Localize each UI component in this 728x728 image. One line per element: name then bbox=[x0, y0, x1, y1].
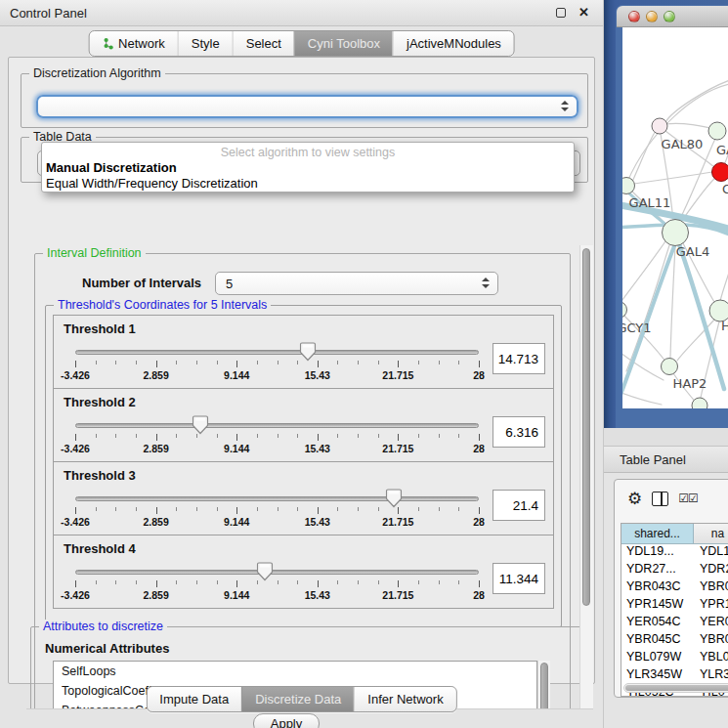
threshold-slider[interactable]: -3.4262.8599.14415.4321.71528 bbox=[75, 488, 479, 533]
network-node[interactable] bbox=[708, 122, 726, 140]
slider-tick-label: 2.859 bbox=[143, 516, 168, 528]
zoom-window-icon[interactable] bbox=[664, 11, 675, 22]
threshold-slider[interactable]: -3.4262.8599.14415.4321.71528 bbox=[75, 341, 479, 386]
table-panel-titlebar: Table Panel bbox=[604, 446, 728, 473]
combo-arrows-icon bbox=[482, 278, 490, 289]
column-header-name[interactable]: na bbox=[694, 524, 728, 543]
network-node[interactable] bbox=[652, 118, 667, 134]
control-panel-title: Control Panel bbox=[10, 6, 87, 21]
close-panel-icon[interactable]: ✕ bbox=[578, 5, 589, 20]
table-row[interactable]: YPR145WYPR1 bbox=[621, 597, 728, 615]
settings-scrollbar[interactable] bbox=[579, 245, 593, 709]
minimize-window-icon[interactable] bbox=[646, 11, 658, 22]
slider-tick-label: 28 bbox=[473, 443, 485, 454]
network-window: GAL80GACGAL11GAL4GCY1HAHAP2 bbox=[616, 5, 728, 428]
threshold-slider[interactable]: -3.4262.8599.14415.4321.71528 bbox=[75, 414, 479, 459]
algorithm-combobox[interactable] bbox=[36, 95, 578, 118]
slider-tick-label: 2.859 bbox=[143, 369, 168, 381]
slider-tick-label: 15.43 bbox=[305, 443, 330, 454]
columns-icon[interactable] bbox=[652, 492, 668, 506]
threshold-label: Threshold 1 bbox=[64, 321, 136, 336]
network-icon bbox=[102, 37, 113, 50]
threshold-block: Threshold 4-3.4262.8599.14415.4321.71528… bbox=[53, 535, 554, 609]
table-hscrollbar[interactable] bbox=[623, 683, 728, 693]
attributes-group-label: Attributes to discretize bbox=[39, 620, 167, 633]
settings-scroll-area: Interval Definition Number of Intervals … bbox=[26, 245, 593, 709]
threshold-block: Threshold 2-3.4262.8599.14415.4321.71528… bbox=[53, 388, 554, 462]
tab-select[interactable]: Select bbox=[233, 31, 294, 56]
algorithm-option[interactable]: Equal Width/Frequency Discretization bbox=[42, 175, 574, 191]
network-node[interactable] bbox=[692, 398, 707, 408]
tab-jactivemnodules[interactable]: jActiveMNodules bbox=[393, 31, 514, 56]
node-label: GCY1 bbox=[622, 321, 652, 335]
attributes-list-scrollbar[interactable] bbox=[537, 661, 550, 709]
gear-icon[interactable]: ⚙ bbox=[627, 491, 642, 507]
algorithm-dropdown-popup: Select algorithm to view settings Manual… bbox=[41, 142, 575, 193]
slider-tick-label: 15.43 bbox=[305, 516, 330, 528]
node-label: GA bbox=[716, 143, 728, 157]
network-node[interactable] bbox=[662, 359, 678, 375]
slider-track[interactable] bbox=[75, 570, 479, 575]
tab-network[interactable]: Network bbox=[89, 31, 178, 56]
slider-tick-label: -3.426 bbox=[61, 516, 90, 528]
threshold-coordinates-label: Threshold's Coordinates for 5 Intervals bbox=[54, 298, 271, 312]
network-graph: GAL80GACGAL11GAL4GCY1HAHAP2 bbox=[622, 27, 728, 408]
network-node[interactable] bbox=[712, 163, 728, 182]
column-header-shared-name[interactable]: shared... bbox=[621, 524, 694, 543]
network-node[interactable] bbox=[663, 220, 689, 246]
table-row[interactable]: YER054CYER0 bbox=[621, 615, 728, 632]
slider-thumb[interactable] bbox=[257, 562, 274, 585]
slider-tick-label: 21.715 bbox=[382, 369, 413, 381]
slider-thumb[interactable] bbox=[300, 342, 317, 365]
tab-cyni-toolbox[interactable]: Cyni Toolbox bbox=[294, 31, 393, 56]
network-view-canvas[interactable]: GAL80GACGAL11GAL4GCY1HAHAP2 bbox=[622, 27, 728, 408]
slider-tick-label: 21.715 bbox=[382, 443, 413, 454]
table-row[interactable]: YBR043CYBR0 bbox=[621, 579, 728, 597]
screen: Control Panel ✕ NetworkStyleSelectCyni T… bbox=[0, 0, 728, 728]
attribute-list-item[interactable]: SelfLoops bbox=[54, 662, 536, 681]
panel-gap bbox=[604, 428, 728, 446]
slider-track[interactable] bbox=[75, 496, 479, 501]
table-header: shared... na bbox=[621, 524, 728, 544]
slider-tick-label: -3.426 bbox=[61, 589, 90, 601]
table-row[interactable]: YDR27...YDR2 bbox=[621, 562, 728, 579]
float-panel-icon[interactable] bbox=[556, 8, 566, 18]
apply-button[interactable]: Apply bbox=[253, 713, 320, 728]
threshold-value-field[interactable]: 14.713 bbox=[492, 343, 545, 374]
slider-thumb[interactable] bbox=[193, 415, 209, 439]
table-panel-card: ⚙ ☑☑ shared... na YDL19...YDL1YDR27...YD… bbox=[614, 479, 728, 698]
table-row[interactable]: YDL19...YDL1 bbox=[621, 544, 728, 562]
slider-track[interactable] bbox=[75, 350, 479, 355]
node-label: HAP2 bbox=[673, 376, 707, 391]
tab-infer-network[interactable]: Infer Network bbox=[354, 687, 455, 711]
threshold-value-field[interactable]: 21.4 bbox=[492, 490, 545, 521]
threshold-value-field[interactable]: 11.344 bbox=[492, 563, 545, 594]
node-label: GAL80 bbox=[662, 137, 704, 151]
table-row[interactable]: YBL079WYBL0 bbox=[621, 650, 728, 667]
slider-tick-label: 15.43 bbox=[305, 369, 330, 381]
tab-impute-data[interactable]: Impute Data bbox=[147, 687, 241, 711]
slider-tick-label: -3.426 bbox=[61, 369, 90, 381]
network-node[interactable] bbox=[622, 302, 627, 319]
number-of-intervals-value: 5 bbox=[226, 277, 233, 291]
select-columns-icon[interactable]: ☑☑ bbox=[678, 492, 698, 505]
slider-thumb[interactable] bbox=[386, 489, 403, 512]
algorithm-dropdown-hint: Select algorithm to view settings bbox=[42, 143, 574, 159]
threshold-value-field[interactable]: 6.316 bbox=[492, 416, 545, 448]
network-node[interactable] bbox=[622, 178, 635, 194]
slider-track[interactable] bbox=[75, 423, 479, 428]
node-label: GAL4 bbox=[676, 244, 709, 259]
slider-tick-label: 9.144 bbox=[224, 443, 249, 454]
slider-tick-label: 28 bbox=[473, 516, 485, 528]
node-label: C bbox=[722, 182, 728, 196]
slider-tick-label: 28 bbox=[473, 369, 485, 381]
tab-discretize-data[interactable]: Discretize Data bbox=[241, 687, 354, 711]
close-window-icon[interactable] bbox=[628, 11, 640, 22]
table-row[interactable]: YBR045CYBR0 bbox=[621, 632, 728, 650]
table-panel: ⚙ ☑☑ shared... na YDL19...YDL1YDR27...YD… bbox=[604, 473, 728, 728]
algorithm-option[interactable]: Manual Discretization bbox=[42, 159, 574, 175]
number-of-intervals-combobox[interactable]: 5 bbox=[215, 272, 498, 295]
threshold-slider[interactable]: -3.4262.8599.14415.4321.71528 bbox=[75, 561, 479, 606]
algorithm-options: Manual DiscretizationEqual Width/Frequen… bbox=[42, 159, 574, 191]
tab-style[interactable]: Style bbox=[178, 31, 233, 56]
